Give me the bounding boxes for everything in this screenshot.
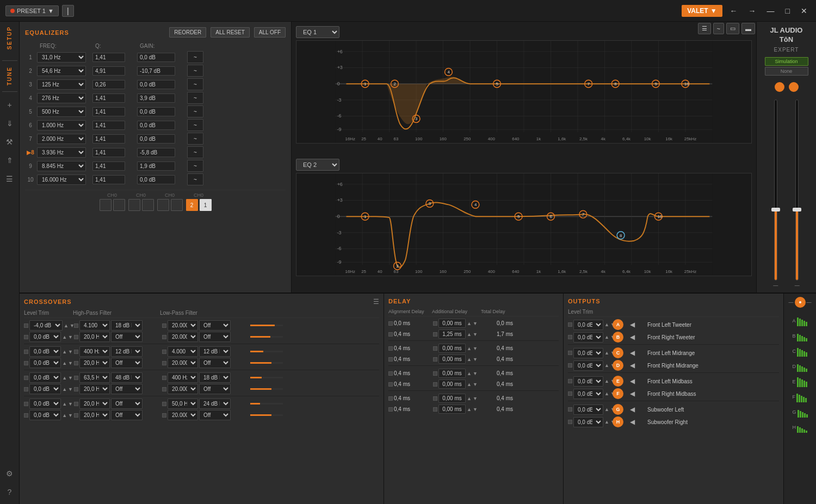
band-wave-6[interactable]: ~ (187, 119, 203, 131)
band-gain-1[interactable] (137, 53, 175, 62)
band-gain-5[interactable] (137, 107, 175, 116)
band-wave-8[interactable]: ~ (187, 146, 203, 158)
output-play-G[interactable]: ◀ (630, 406, 646, 413)
ch-btn-2b[interactable] (142, 199, 154, 211)
add-preset-button[interactable]: | (62, 5, 74, 17)
ch-btn-3b[interactable] (171, 199, 183, 211)
xo-hpf-freq-1[interactable]: 4.100 Hz (79, 320, 110, 331)
band-gain-2[interactable] (137, 66, 175, 76)
delay-add-1[interactable] (438, 319, 466, 328)
band-freq-3[interactable]: 125 Hz (37, 79, 86, 90)
xo-sq-1[interactable] (24, 323, 28, 328)
band-q-3[interactable] (92, 80, 125, 89)
band-q-9[interactable] (92, 161, 125, 171)
sidebar-icon-settings[interactable]: ⚙ (2, 466, 17, 481)
delay-add-3[interactable] (438, 344, 466, 353)
ch-btn-1a[interactable] (100, 199, 112, 211)
eq1-dropdown[interactable]: EQ 1 (296, 26, 339, 38)
band-wave-1[interactable]: ~ (187, 51, 203, 63)
band-wave-3[interactable]: ~ (187, 78, 203, 90)
band-gain-4[interactable] (137, 94, 175, 103)
band-gain-6[interactable] (137, 121, 175, 130)
delay-add-6[interactable] (438, 379, 466, 389)
band-freq-4[interactable]: 276 Hz (37, 93, 86, 103)
band-q-1[interactable] (92, 53, 125, 62)
output-play-F[interactable]: ◀ (630, 390, 646, 397)
xo-lpf-sq-1[interactable] (162, 323, 166, 328)
band-freq-6[interactable]: 1.000 Hz (37, 120, 86, 130)
band-freq-7[interactable]: 2.000 Hz (37, 134, 86, 144)
master-vol-knob[interactable] (795, 297, 806, 308)
delay-add-2[interactable] (438, 329, 466, 339)
preset-button[interactable]: PRESET 1 ▼ (5, 5, 59, 16)
band-wave-10[interactable]: ~ (187, 173, 203, 185)
band-q-6[interactable] (92, 121, 125, 130)
band-q-8[interactable] (92, 148, 125, 157)
graph-wide-btn[interactable]: ▬ (741, 23, 755, 34)
ch-btn-1b[interactable] (113, 199, 125, 211)
maximize-button[interactable]: □ (782, 7, 793, 15)
all-off-button[interactable]: ALL OFF (254, 27, 286, 38)
xo-lt-select-1[interactable]: -4,0 dB (29, 320, 63, 331)
band-wave-7[interactable]: ~ (187, 133, 203, 145)
xo-lpf-freq-1[interactable]: 20.000 H (168, 320, 198, 331)
output-play-H[interactable]: ◀ (630, 418, 646, 426)
xo-hpf-type-1[interactable]: 18 dB BW (111, 320, 143, 331)
sidebar-icon-help[interactable]: ? (2, 484, 17, 500)
band-wave-4[interactable]: ~ (187, 92, 203, 104)
band-q-10[interactable] (92, 175, 125, 184)
output-play-D[interactable]: ◀ (630, 362, 646, 369)
none-label[interactable]: None (765, 67, 808, 76)
graph-wave-btn[interactable]: ~ (713, 23, 724, 34)
ch-btn-2a[interactable] (128, 199, 140, 211)
band-freq-5[interactable]: 500 Hz (37, 107, 86, 117)
sidebar-icon-wrench[interactable]: ⚒ (2, 134, 17, 150)
band-gain-9[interactable] (137, 161, 175, 171)
band-freq-1[interactable]: 31,0 Hz (37, 52, 86, 63)
band-q-7[interactable] (92, 134, 125, 144)
sidebar-icon-upload[interactable]: ⇑ (2, 153, 17, 168)
valet-button[interactable]: VALET ▼ (682, 5, 722, 17)
band-gain-7[interactable] (137, 134, 175, 144)
xo-lpf-type-1[interactable]: Off (199, 320, 231, 331)
xo-hpf-sq-1[interactable] (74, 323, 78, 328)
band-gain-3[interactable] (137, 80, 175, 89)
output-play-B[interactable]: ◀ (630, 333, 646, 341)
band-wave-9[interactable]: ~ (187, 160, 203, 172)
graph-bars-btn[interactable]: ☰ (698, 23, 711, 34)
delay-add-4[interactable] (438, 354, 466, 364)
ch-btn-4a[interactable]: 2 (186, 199, 198, 211)
band-freq-8[interactable]: 3.936 Hz (37, 147, 86, 158)
band-gain-10[interactable] (137, 175, 175, 184)
simulation-label[interactable]: Simulation (765, 57, 808, 66)
forward-button[interactable]: → (745, 7, 759, 15)
delay-add-7[interactable] (438, 394, 466, 403)
all-reset-button[interactable]: ALL RESET (211, 27, 250, 38)
band-freq-9[interactable]: 8.845 Hz (37, 161, 86, 171)
sidebar-icon-add[interactable]: + (2, 97, 17, 113)
minimize-button[interactable]: — (764, 7, 778, 15)
xo-lt-select-1b[interactable]: 0,0 dB (29, 332, 61, 342)
band-wave-2[interactable]: ~ (187, 65, 203, 77)
output-play-E[interactable]: ◀ (630, 377, 646, 385)
sidebar-icon-download[interactable]: ⇓ (2, 116, 17, 131)
delay-add-5[interactable] (438, 369, 466, 378)
radio-right[interactable] (789, 82, 799, 92)
crossovers-menu-icon[interactable]: ☰ (373, 298, 379, 306)
band-freq-2[interactable]: 54,6 Hz (37, 66, 86, 76)
fader-thumb[interactable] (793, 208, 801, 211)
sidebar-icon-layers[interactable]: ☰ (2, 171, 17, 186)
ch-btn-3a[interactable] (157, 199, 169, 211)
eq2-dropdown[interactable]: EQ 2 (296, 159, 339, 171)
xo-lt-up-1[interactable]: ▲ (64, 323, 69, 328)
band-wave-5[interactable]: ~ (187, 105, 203, 117)
ch-btn-4b[interactable]: 1 (200, 199, 212, 211)
output-play-C[interactable]: ◀ (630, 349, 646, 357)
band-q-2[interactable] (92, 66, 125, 76)
radio-left[interactable] (775, 82, 784, 92)
reorder-button[interactable]: REORDER (169, 27, 206, 38)
band-freq-10[interactable]: 16.000 Hz (37, 175, 86, 185)
output-play-A[interactable]: ◀ (630, 321, 646, 328)
band-gain-8[interactable] (137, 148, 175, 157)
band-q-5[interactable] (92, 107, 125, 116)
